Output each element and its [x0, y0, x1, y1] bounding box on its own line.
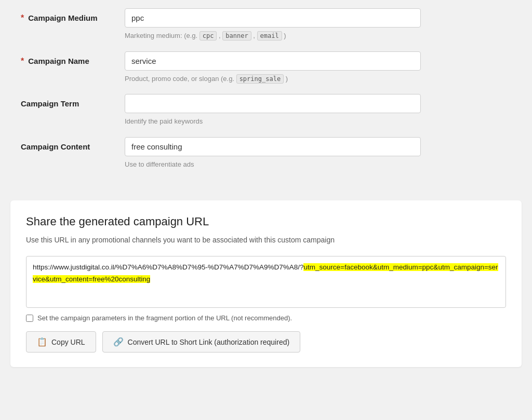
campaign-content-label: Campaign Content	[21, 137, 125, 151]
campaign-name-field-group: Product, promo code, or slogan (e.g. spr…	[125, 51, 511, 84]
campaign-term-row: Campaign Term Identify the paid keywords	[21, 94, 511, 127]
link-icon: 🔗	[113, 337, 124, 347]
url-plain-part: https://www.justdigital.co.il/%D7%A6%D7%…	[33, 263, 303, 271]
url-display[interactable]: https://www.justdigital.co.il/%D7%A6%D7%…	[26, 256, 506, 308]
campaign-medium-label: * Campaign Medium	[21, 8, 125, 23]
label-text-term: Campaign Term	[21, 99, 79, 108]
share-title: Share the generated campaign URL	[26, 215, 506, 228]
campaign-term-hint: Identify the paid keywords	[125, 116, 511, 127]
label-text-name: Campaign Name	[28, 57, 89, 65]
campaign-term-input[interactable]	[125, 94, 421, 113]
hint-code-email: email	[257, 31, 282, 40]
campaign-medium-row: * Campaign Medium Marketing medium: (e.g…	[21, 8, 511, 41]
campaign-term-field-group: Identify the paid keywords	[125, 94, 511, 127]
campaign-name-input[interactable]	[125, 51, 421, 71]
required-star-name: *	[21, 57, 24, 66]
url-display-wrapper: https://www.justdigital.co.il/%D7%A6%D7%…	[26, 256, 506, 308]
hint-code-spring-sale: spring_sale	[236, 74, 284, 84]
campaign-content-hint: Use to differentiate ads	[125, 159, 511, 170]
campaign-content-input[interactable]	[125, 137, 421, 156]
campaign-medium-input[interactable]	[125, 8, 421, 28]
campaign-name-row: * Campaign Name Product, promo code, or …	[21, 51, 511, 84]
campaign-content-field-group: Use to differentiate ads	[125, 137, 511, 170]
fragment-checkbox-row: Set the campaign parameters in the fragm…	[26, 314, 506, 322]
convert-label: Convert URL to Short Link (authorization…	[128, 338, 290, 346]
page-wrapper: * Campaign Medium Marketing medium: (e.g…	[0, 0, 532, 367]
copy-icon: 📋	[37, 337, 47, 347]
copy-url-button[interactable]: 📋 Copy URL	[26, 331, 96, 353]
convert-short-link-button[interactable]: 🔗 Convert URL to Short Link (authorizati…	[102, 331, 301, 353]
copy-url-label: Copy URL	[51, 338, 85, 346]
form-section: * Campaign Medium Marketing medium: (e.g…	[0, 0, 532, 192]
fragment-checkbox[interactable]	[26, 315, 33, 322]
fragment-label: Set the campaign parameters in the fragm…	[37, 314, 292, 322]
campaign-medium-hint: Marketing medium: (e.g. cpc , banner , e…	[125, 31, 511, 41]
hint-code-banner: banner	[222, 31, 251, 40]
hint-code-cpc: cpc	[200, 31, 217, 40]
share-section: Share the generated campaign URL Use thi…	[10, 200, 522, 367]
actions-row: 📋 Copy URL 🔗 Convert URL to Short Link (…	[26, 331, 506, 353]
required-star-medium: *	[21, 13, 24, 23]
share-description: Use this URL in any promotional channels…	[26, 235, 506, 246]
campaign-name-label: * Campaign Name	[21, 51, 125, 66]
campaign-name-hint: Product, promo code, or slogan (e.g. spr…	[125, 74, 511, 84]
label-text-medium: Campaign Medium	[28, 13, 97, 22]
label-text-content: Campaign Content	[21, 142, 90, 151]
campaign-medium-field-group: Marketing medium: (e.g. cpc , banner , e…	[125, 8, 511, 41]
campaign-content-row: Campaign Content Use to differentiate ad…	[21, 137, 511, 170]
campaign-term-label: Campaign Term	[21, 94, 125, 108]
